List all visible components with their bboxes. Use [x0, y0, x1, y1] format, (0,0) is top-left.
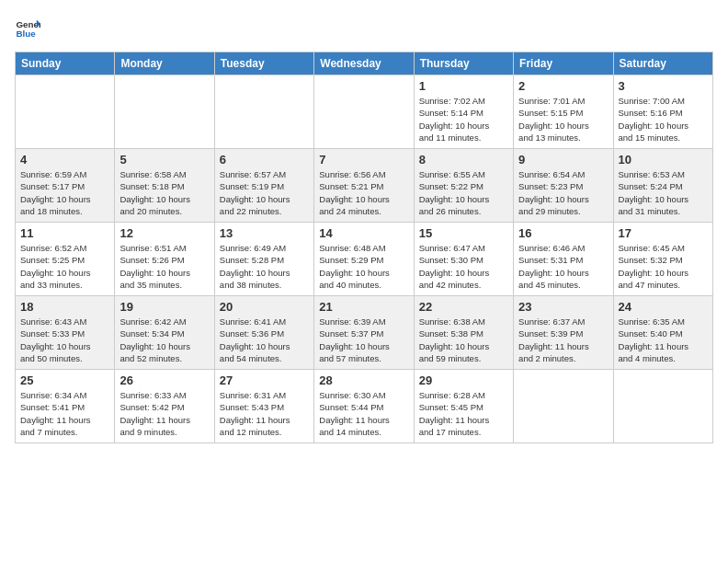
calendar-cell: 11Sunrise: 6:52 AM Sunset: 5:25 PM Dayli…	[16, 223, 115, 296]
calendar-cell: 19Sunrise: 6:42 AM Sunset: 5:34 PM Dayli…	[115, 296, 214, 370]
calendar-cell: 5Sunrise: 6:58 AM Sunset: 5:18 PM Daylig…	[115, 149, 214, 223]
day-number: 11	[20, 226, 109, 240]
day-number: 26	[119, 373, 209, 387]
day-number: 1	[419, 79, 508, 93]
calendar-cell: 2Sunrise: 7:01 AM Sunset: 5:15 PM Daylig…	[514, 75, 613, 149]
calendar-cell: 29Sunrise: 6:28 AM Sunset: 5:45 PM Dayli…	[414, 370, 513, 443]
day-info: Sunrise: 6:41 AM Sunset: 5:36 PM Dayligh…	[220, 316, 309, 364]
calendar-cell: 28Sunrise: 6:30 AM Sunset: 5:44 PM Dayli…	[314, 370, 414, 443]
day-number: 18	[20, 300, 109, 314]
day-number: 5	[119, 153, 209, 167]
day-info: Sunrise: 6:35 AM Sunset: 5:40 PM Dayligh…	[619, 316, 708, 364]
calendar-cell: 26Sunrise: 6:33 AM Sunset: 5:42 PM Dayli…	[115, 370, 214, 443]
day-info: Sunrise: 7:02 AM Sunset: 5:14 PM Dayligh…	[419, 95, 508, 144]
day-info: Sunrise: 6:45 AM Sunset: 5:32 PM Dayligh…	[619, 242, 708, 291]
day-number: 21	[319, 300, 408, 314]
day-number: 17	[619, 226, 708, 240]
calendar-cell: 16Sunrise: 6:46 AM Sunset: 5:31 PM Dayli…	[514, 223, 613, 296]
day-number: 3	[619, 79, 708, 93]
day-number: 20	[220, 300, 309, 314]
day-number: 25	[20, 373, 109, 387]
day-number: 23	[518, 300, 608, 314]
day-info: Sunrise: 6:49 AM Sunset: 5:28 PM Dayligh…	[220, 242, 309, 291]
day-info: Sunrise: 6:34 AM Sunset: 5:41 PM Dayligh…	[20, 389, 109, 438]
day-info: Sunrise: 6:46 AM Sunset: 5:31 PM Dayligh…	[518, 242, 608, 291]
calendar-week-4: 18Sunrise: 6:43 AM Sunset: 5:33 PM Dayli…	[16, 296, 713, 370]
calendar-cell: 23Sunrise: 6:37 AM Sunset: 5:39 PM Dayli…	[514, 296, 613, 370]
logo-icon: General Blue	[15, 15, 40, 40]
day-info: Sunrise: 6:42 AM Sunset: 5:34 PM Dayligh…	[119, 316, 209, 364]
calendar-header-row: SundayMondayTuesdayWednesdayThursdayFrid…	[16, 52, 713, 75]
calendar-cell: 15Sunrise: 6:47 AM Sunset: 5:30 PM Dayli…	[414, 223, 513, 296]
calendar-cell: 9Sunrise: 6:54 AM Sunset: 5:23 PM Daylig…	[514, 149, 613, 223]
day-number: 28	[319, 373, 408, 387]
day-number: 10	[619, 153, 708, 167]
day-number: 4	[20, 153, 109, 167]
day-number: 22	[419, 300, 508, 314]
calendar-cell: 25Sunrise: 6:34 AM Sunset: 5:41 PM Dayli…	[16, 370, 115, 443]
day-number: 15	[419, 226, 508, 240]
day-info: Sunrise: 6:31 AM Sunset: 5:43 PM Dayligh…	[220, 389, 309, 438]
day-number: 6	[220, 153, 309, 167]
day-info: Sunrise: 6:39 AM Sunset: 5:37 PM Dayligh…	[319, 316, 408, 364]
calendar-cell: 18Sunrise: 6:43 AM Sunset: 5:33 PM Dayli…	[16, 296, 115, 370]
calendar-cell: 21Sunrise: 6:39 AM Sunset: 5:37 PM Dayli…	[314, 296, 414, 370]
calendar-cell: 27Sunrise: 6:31 AM Sunset: 5:43 PM Dayli…	[214, 370, 313, 443]
logo: General Blue	[15, 15, 44, 40]
day-info: Sunrise: 6:37 AM Sunset: 5:39 PM Dayligh…	[518, 316, 608, 364]
day-number: 19	[119, 300, 209, 314]
calendar-cell	[613, 370, 712, 443]
calendar-cell	[115, 75, 214, 149]
calendar-cell: 14Sunrise: 6:48 AM Sunset: 5:29 PM Dayli…	[314, 223, 414, 296]
weekday-header-thursday: Thursday	[414, 52, 513, 75]
calendar-cell: 12Sunrise: 6:51 AM Sunset: 5:26 PM Dayli…	[115, 223, 214, 296]
svg-text:Blue: Blue	[16, 29, 36, 39]
day-info: Sunrise: 7:01 AM Sunset: 5:15 PM Dayligh…	[518, 95, 608, 144]
day-info: Sunrise: 6:28 AM Sunset: 5:45 PM Dayligh…	[419, 389, 508, 438]
day-number: 24	[619, 300, 708, 314]
calendar-cell	[314, 75, 414, 149]
day-info: Sunrise: 6:55 AM Sunset: 5:22 PM Dayligh…	[419, 168, 508, 217]
day-number: 13	[220, 226, 309, 240]
day-info: Sunrise: 6:51 AM Sunset: 5:26 PM Dayligh…	[119, 242, 209, 291]
calendar-cell: 20Sunrise: 6:41 AM Sunset: 5:36 PM Dayli…	[214, 296, 313, 370]
weekday-header-friday: Friday	[514, 52, 613, 75]
day-info: Sunrise: 6:30 AM Sunset: 5:44 PM Dayligh…	[319, 389, 408, 438]
weekday-header-wednesday: Wednesday	[314, 52, 414, 75]
calendar-cell: 8Sunrise: 6:55 AM Sunset: 5:22 PM Daylig…	[414, 149, 513, 223]
day-info: Sunrise: 6:57 AM Sunset: 5:19 PM Dayligh…	[220, 168, 309, 217]
calendar-cell: 10Sunrise: 6:53 AM Sunset: 5:24 PM Dayli…	[613, 149, 712, 223]
calendar-cell: 24Sunrise: 6:35 AM Sunset: 5:40 PM Dayli…	[613, 296, 712, 370]
weekday-header-monday: Monday	[115, 52, 214, 75]
day-number: 16	[518, 226, 608, 240]
day-number: 2	[518, 79, 608, 93]
day-number: 12	[119, 226, 209, 240]
page-header: General Blue	[15, 15, 713, 40]
calendar-cell: 7Sunrise: 6:56 AM Sunset: 5:21 PM Daylig…	[314, 149, 414, 223]
weekday-header-tuesday: Tuesday	[214, 52, 313, 75]
day-number: 9	[518, 153, 608, 167]
day-number: 8	[419, 153, 508, 167]
calendar-week-3: 11Sunrise: 6:52 AM Sunset: 5:25 PM Dayli…	[16, 223, 713, 296]
calendar-table: SundayMondayTuesdayWednesdayThursdayFrid…	[15, 52, 713, 443]
calendar-week-5: 25Sunrise: 6:34 AM Sunset: 5:41 PM Dayli…	[16, 370, 713, 443]
calendar-cell: 4Sunrise: 6:59 AM Sunset: 5:17 PM Daylig…	[16, 149, 115, 223]
weekday-header-sunday: Sunday	[16, 52, 115, 75]
day-info: Sunrise: 6:52 AM Sunset: 5:25 PM Dayligh…	[20, 242, 109, 291]
calendar-week-1: 1Sunrise: 7:02 AM Sunset: 5:14 PM Daylig…	[16, 75, 713, 149]
day-number: 27	[220, 373, 309, 387]
calendar-week-2: 4Sunrise: 6:59 AM Sunset: 5:17 PM Daylig…	[16, 149, 713, 223]
calendar-cell: 13Sunrise: 6:49 AM Sunset: 5:28 PM Dayli…	[214, 223, 313, 296]
day-info: Sunrise: 6:59 AM Sunset: 5:17 PM Dayligh…	[20, 168, 109, 217]
calendar-cell	[16, 75, 115, 149]
day-info: Sunrise: 6:54 AM Sunset: 5:23 PM Dayligh…	[518, 168, 608, 217]
day-info: Sunrise: 6:38 AM Sunset: 5:38 PM Dayligh…	[419, 316, 508, 364]
calendar-cell: 17Sunrise: 6:45 AM Sunset: 5:32 PM Dayli…	[613, 223, 712, 296]
calendar-cell	[214, 75, 313, 149]
calendar-cell: 22Sunrise: 6:38 AM Sunset: 5:38 PM Dayli…	[414, 296, 513, 370]
day-info: Sunrise: 6:43 AM Sunset: 5:33 PM Dayligh…	[20, 316, 109, 364]
day-info: Sunrise: 6:33 AM Sunset: 5:42 PM Dayligh…	[119, 389, 209, 438]
day-info: Sunrise: 6:53 AM Sunset: 5:24 PM Dayligh…	[619, 168, 708, 217]
calendar-cell	[514, 370, 613, 443]
day-number: 7	[319, 153, 408, 167]
